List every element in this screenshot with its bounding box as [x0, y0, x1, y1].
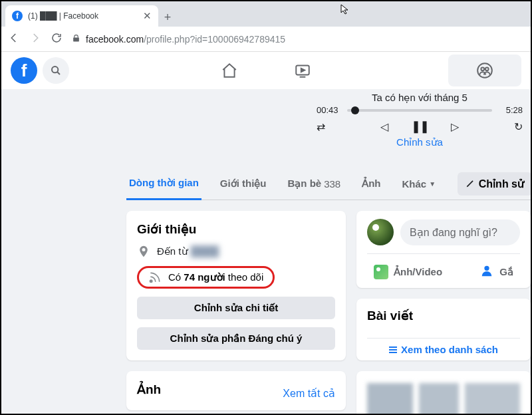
content-area: Ta có hẹn với tháng 5 00:43 5:28 ⇄ ◁ ❚❚ … [1, 89, 531, 414]
browser-tab[interactable]: f (1) ███ | Facebook ✕ [5, 5, 158, 27]
tab-more[interactable]: Khác ▼ [400, 169, 439, 199]
facebook-favicon: f [12, 11, 23, 21]
shuffle-button[interactable]: ⇄ [317, 120, 325, 133]
edit-details-button[interactable]: Chỉnh sửa chi tiết [137, 297, 335, 319]
post-content-blurred [367, 383, 520, 415]
media-button[interactable]: Ảnh/Video [367, 259, 449, 284]
posts-card: Bài viết Xem theo danh sách [356, 299, 531, 360]
tab-friends[interactable]: Bạn bè 338 [285, 168, 344, 199]
groups-button[interactable] [448, 55, 521, 86]
forward-button[interactable] [29, 32, 41, 47]
search-button[interactable] [43, 57, 69, 84]
song-title: Ta có hẹn với tháng 5 [317, 92, 523, 104]
list-icon [389, 346, 397, 353]
facebook-header: f [1, 52, 531, 89]
time-current: 00:43 [317, 105, 343, 115]
tab-photos[interactable]: Ảnh [359, 168, 383, 199]
lock-icon [72, 34, 80, 45]
tag-button[interactable]: Gắ [473, 259, 520, 284]
back-button[interactable] [8, 32, 20, 47]
friends-count: 338 [324, 178, 340, 190]
pause-button[interactable]: ❚❚ [411, 119, 428, 134]
photos-heading: Ảnh [137, 382, 161, 397]
avatar[interactable] [367, 219, 394, 245]
tag-icon [479, 263, 494, 280]
composer-field[interactable]: Bạn đang nghĩ gì? [400, 219, 520, 245]
location-icon [137, 245, 150, 258]
edit-featured-button[interactable]: Chỉnh sửa phần Đáng chú ý [137, 327, 335, 350]
player-controls: ⇄ ◁ ❚❚ ▷ ↻ [317, 119, 523, 134]
svg-point-0 [52, 67, 58, 72]
photos-card: Ảnh Xem tất cả [126, 371, 346, 410]
edit-profile-button[interactable]: Chỉnh sử [458, 172, 532, 196]
pencil-icon [466, 179, 475, 188]
player-edit-link[interactable]: Chỉnh sửa [317, 136, 523, 148]
followers-count: 74 người [184, 271, 225, 283]
prev-button[interactable]: ◁ [380, 120, 388, 133]
posts-heading: Bài viết [367, 308, 413, 323]
url-host: facebook.com [86, 34, 144, 45]
watch-button[interactable] [289, 62, 316, 79]
see-all-photos-link[interactable]: Xem tất cả [283, 387, 335, 400]
followers-row[interactable]: Có 74 người theo dõi [137, 266, 275, 289]
address-bar[interactable]: facebook.com/profile.php?id=100006942789… [72, 34, 285, 45]
reload-button[interactable] [51, 32, 63, 47]
media-icon [374, 265, 388, 279]
from-row: Đến từ ████ [137, 245, 335, 258]
chevron-down-icon: ▼ [429, 180, 436, 188]
composer-card: Bạn đang nghĩ gì? Ảnh/Video Gắ [356, 211, 531, 288]
profile-tabs: Dòng thời gian Giới thiệu Bạn bè 338 Ảnh… [126, 168, 531, 200]
facebook-logo[interactable]: f [11, 57, 37, 84]
repeat-button[interactable]: ↻ [514, 120, 523, 133]
svg-point-2 [477, 63, 492, 78]
svg-point-4 [485, 67, 489, 70]
browser-toolbar: facebook.com/profile.php?id=100006942789… [1, 27, 531, 52]
view-list-button[interactable]: Xem theo danh sách [367, 344, 520, 355]
tab-about[interactable]: Giới thiệu [217, 168, 269, 199]
svg-point-5 [150, 280, 152, 282]
tab-title: (1) ███ | Facebook [28, 11, 138, 21]
rss-icon [148, 271, 162, 284]
close-icon[interactable]: ✕ [143, 10, 152, 22]
new-tab-button[interactable]: + [158, 8, 177, 27]
browser-tabbar: f (1) ███ | Facebook ✕ + [1, 1, 531, 27]
intro-card: Giới thiệu Đến từ ████ Có 74 người theo … [126, 211, 346, 360]
time-total: 5:28 [496, 105, 523, 115]
intro-heading: Giới thiệu [137, 221, 335, 237]
svg-point-3 [481, 67, 484, 70]
progress-track[interactable] [347, 109, 492, 112]
center-nav [216, 52, 316, 89]
home-button[interactable] [216, 62, 243, 79]
music-player: Ta có hẹn với tháng 5 00:43 5:28 ⇄ ◁ ❚❚ … [317, 92, 523, 148]
tab-timeline[interactable]: Dòng thời gian [126, 168, 201, 200]
from-value: ████ [191, 245, 219, 257]
next-button[interactable]: ▷ [451, 120, 459, 133]
url-path: /profile.php?id=100006942789415 [144, 34, 285, 45]
post-item [356, 371, 531, 415]
mouse-cursor [340, 4, 351, 17]
player-timeline[interactable]: 00:43 5:28 [317, 105, 523, 115]
progress-handle[interactable] [351, 106, 359, 114]
